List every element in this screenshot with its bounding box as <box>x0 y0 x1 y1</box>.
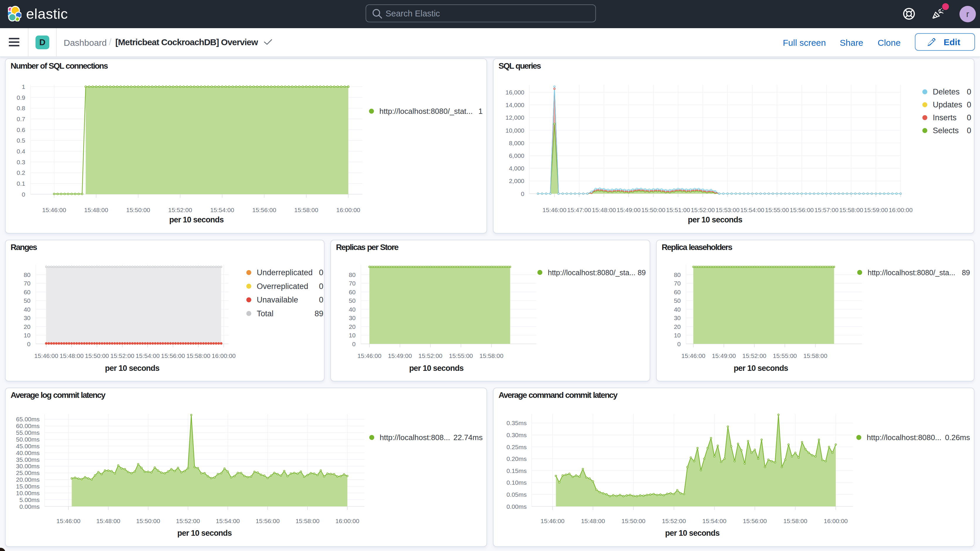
svg-text:50.00ms: 50.00ms <box>16 436 40 443</box>
svg-text:16:00:00: 16:00:00 <box>212 352 236 359</box>
svg-text:30: 30 <box>24 315 30 321</box>
svg-text:15:52:00: 15:52:00 <box>742 352 767 359</box>
svg-text:0.3: 0.3 <box>17 159 25 166</box>
svg-text:1: 1 <box>479 107 483 116</box>
svg-text:per 10 seconds: per 10 seconds <box>665 529 719 538</box>
svg-text:15:56:00: 15:56:00 <box>256 518 280 524</box>
svg-text:0.00ms: 0.00ms <box>19 503 40 510</box>
svg-text:0: 0 <box>319 295 323 304</box>
svg-text:http://localhost:8080/_sta...: http://localhost:8080/_sta... <box>868 268 955 277</box>
svg-text:0: 0 <box>319 268 323 277</box>
svg-text:Deletes: Deletes <box>933 88 960 96</box>
svg-text:per 10 seconds: per 10 seconds <box>177 529 232 538</box>
svg-text:0: 0 <box>967 113 971 122</box>
svg-text:15:49:00: 15:49:00 <box>712 352 736 359</box>
svg-text:0.9: 0.9 <box>17 94 25 101</box>
svg-text:15:50:00: 15:50:00 <box>126 207 150 213</box>
svg-text:15:48:00: 15:48:00 <box>96 518 120 524</box>
svg-text:0: 0 <box>967 126 971 135</box>
svg-text:15:54:00: 15:54:00 <box>210 207 234 213</box>
svg-text:15:48:00: 15:48:00 <box>592 207 616 213</box>
svg-text:15:58:00: 15:58:00 <box>803 352 827 359</box>
svg-text:0.2: 0.2 <box>17 169 25 176</box>
svg-text:60.00ms: 60.00ms <box>16 422 40 429</box>
svg-text:Updates: Updates <box>933 100 963 109</box>
svg-text:15.00ms: 15.00ms <box>16 483 40 490</box>
svg-text:per 10 seconds: per 10 seconds <box>105 364 159 373</box>
svg-text:15:58:00: 15:58:00 <box>479 352 503 359</box>
svg-text:55.00ms: 55.00ms <box>16 429 40 436</box>
svg-text:per 10 seconds: per 10 seconds <box>688 215 742 224</box>
svg-text:40: 40 <box>24 306 30 313</box>
svg-text:60: 60 <box>349 289 356 295</box>
svg-text:15:46:00: 15:46:00 <box>542 207 566 213</box>
svg-text:15:46:00: 15:46:00 <box>681 352 705 359</box>
svg-text:0.20ms: 0.20ms <box>506 455 527 462</box>
svg-text:65.00ms: 65.00ms <box>16 416 40 422</box>
svg-text:15:46:00: 15:46:00 <box>34 352 58 359</box>
svg-text:http://localhost:808...: http://localhost:808... <box>380 433 450 442</box>
svg-text:4,000: 4,000 <box>509 165 524 172</box>
svg-text:15:56:00: 15:56:00 <box>161 352 185 359</box>
svg-text:25.00ms: 25.00ms <box>16 470 40 476</box>
svg-text:0: 0 <box>677 341 681 347</box>
svg-text:15:50:00: 15:50:00 <box>136 518 160 524</box>
svg-text:16:00:00: 16:00:00 <box>336 207 360 213</box>
svg-text:10,000: 10,000 <box>506 127 524 134</box>
svg-text:15:59:00: 15:59:00 <box>864 207 888 213</box>
svg-text:15:53:00: 15:53:00 <box>716 207 740 213</box>
svg-text:16:00:00: 16:00:00 <box>824 518 848 524</box>
svg-text:89: 89 <box>962 268 970 277</box>
svg-text:15:49:00: 15:49:00 <box>388 352 412 359</box>
svg-text:Selects: Selects <box>933 126 959 135</box>
svg-text:15:54:00: 15:54:00 <box>216 518 240 524</box>
svg-text:70: 70 <box>674 280 681 287</box>
svg-text:0.8: 0.8 <box>17 105 25 111</box>
svg-text:8,000: 8,000 <box>509 140 524 147</box>
svg-text:0.15ms: 0.15ms <box>506 467 527 474</box>
svg-text:0: 0 <box>22 191 25 198</box>
svg-text:15:56:00: 15:56:00 <box>252 207 277 213</box>
svg-text:2,000: 2,000 <box>509 177 524 184</box>
svg-text:30: 30 <box>674 315 681 321</box>
svg-text:http://localhost:8080/_stat...: http://localhost:8080/_stat... <box>379 107 473 116</box>
svg-text:0.5: 0.5 <box>17 137 25 144</box>
svg-text:0.05ms: 0.05ms <box>506 491 527 498</box>
svg-text:89: 89 <box>638 268 646 277</box>
svg-text:15:51:00: 15:51:00 <box>666 207 690 213</box>
svg-text:16,000: 16,000 <box>506 89 524 96</box>
svg-text:15:46:00: 15:46:00 <box>42 207 66 213</box>
svg-text:10: 10 <box>349 332 356 339</box>
svg-text:15:55:00: 15:55:00 <box>449 352 473 359</box>
svg-text:15:50:00: 15:50:00 <box>641 207 665 213</box>
svg-text:20.00ms: 20.00ms <box>16 476 40 483</box>
svg-text:15:52:00: 15:52:00 <box>691 207 715 213</box>
svg-text:per 10 seconds: per 10 seconds <box>409 364 463 373</box>
svg-text:15:46:00: 15:46:00 <box>541 518 565 524</box>
svg-text:15:58:00: 15:58:00 <box>783 518 808 524</box>
svg-text:15:49:00: 15:49:00 <box>617 207 641 213</box>
svg-text:0.7: 0.7 <box>17 116 25 123</box>
svg-text:6,000: 6,000 <box>509 152 524 159</box>
svg-text:Underreplicated: Underreplicated <box>257 268 313 277</box>
svg-text:0: 0 <box>967 88 971 96</box>
svg-text:15:47:00: 15:47:00 <box>567 207 591 213</box>
svg-text:15:46:00: 15:46:00 <box>56 518 80 524</box>
svg-text:40: 40 <box>349 306 356 313</box>
svg-text:40.00ms: 40.00ms <box>16 449 40 456</box>
svg-text:50: 50 <box>674 297 681 304</box>
svg-text:12,000: 12,000 <box>506 114 524 121</box>
svg-text:15:58:00: 15:58:00 <box>839 207 863 213</box>
svg-text:per 10 seconds: per 10 seconds <box>169 215 224 224</box>
svg-text:40: 40 <box>674 306 681 313</box>
svg-text:http://localhost:8080/_sta...: http://localhost:8080/_sta... <box>548 268 636 277</box>
svg-text:35.00ms: 35.00ms <box>16 456 40 463</box>
svg-text:10: 10 <box>24 332 30 339</box>
svg-text:15:48:00: 15:48:00 <box>581 518 605 524</box>
svg-text:15:58:00: 15:58:00 <box>296 518 320 524</box>
svg-text:0: 0 <box>319 282 323 291</box>
svg-text:45.00ms: 45.00ms <box>16 443 40 449</box>
svg-text:15:52:00: 15:52:00 <box>168 207 192 213</box>
svg-text:15:48:00: 15:48:00 <box>84 207 108 213</box>
svg-text:15:50:00: 15:50:00 <box>85 352 109 359</box>
